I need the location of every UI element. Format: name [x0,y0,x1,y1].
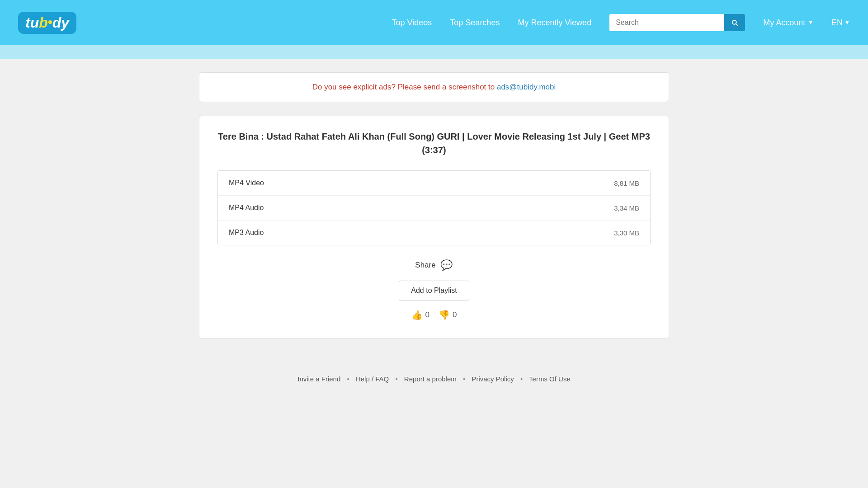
search-button[interactable] [724,14,745,31]
download-mp3-audio-size: 3,30 MB [614,229,639,237]
footer-sep-3: • [463,375,465,383]
dislike-button[interactable]: 👎 0 [439,310,457,320]
song-card: Tere Bina : Ustad Rahat Fateh Ali Khan (… [199,116,669,339]
sub-banner [0,45,868,59]
add-to-playlist-button[interactable]: Add to Playlist [399,281,469,300]
logo-area[interactable]: tubdy [18,12,76,34]
dislike-count: 0 [453,310,457,319]
download-mp3-audio-label: MP3 Audio [229,229,264,237]
footer-terms[interactable]: Terms Of Use [529,375,571,383]
nav-recently-viewed[interactable]: My Recently Viewed [518,18,591,28]
vote-row: 👍 0 👎 0 [411,310,457,320]
ad-notice: Do you see explicit ads? Please send a s… [199,72,669,102]
like-button[interactable]: 👍 0 [411,310,429,320]
logo-text: tubdy [25,14,69,31]
footer-sep-4: • [520,375,523,383]
search-input[interactable] [609,14,724,31]
share-label: Share [415,261,435,270]
footer-help[interactable]: Help / FAQ [356,375,389,383]
account-label: My Account [763,18,805,28]
actions: Share 💬 Add to Playlist 👍 0 👎 0 [217,259,651,320]
download-mp3-audio[interactable]: MP3 Audio 3,30 MB [218,221,650,245]
footer: Invite a Friend • Help / FAQ • Report a … [0,352,868,396]
thumbs-down-icon: 👎 [439,310,450,320]
share-row: Share 💬 [415,259,453,272]
whatsapp-icon[interactable]: 💬 [440,259,453,272]
song-title: Tere Bina : Ustad Rahat Fateh Ali Khan (… [217,130,651,157]
search-bar [609,14,745,31]
my-account-button[interactable]: My Account ▼ [763,18,813,28]
language-chevron-icon: ▼ [844,19,850,26]
nav-top-videos[interactable]: Top Videos [392,18,432,28]
thumbs-up-icon: 👍 [411,310,423,320]
download-mp4-audio-size: 3,34 MB [614,204,639,212]
main-nav: Top Videos Top Searches My Recently View… [392,14,850,31]
account-chevron-icon: ▼ [808,19,813,26]
nav-top-searches[interactable]: Top Searches [450,18,500,28]
download-mp4-audio[interactable]: MP4 Audio 3,34 MB [218,196,650,221]
footer-privacy[interactable]: Privacy Policy [472,375,514,383]
ad-notice-text: Do you see explicit ads? Please send a s… [312,83,495,91]
download-mp4-video-label: MP4 Video [229,179,264,187]
ad-notice-email[interactable]: ads@tubidy.mobi [497,83,556,91]
footer-sep-1: • [347,375,349,383]
download-mp4-video-size: 8,81 MB [614,179,639,187]
footer-sep-2: • [395,375,397,383]
language-label: EN [831,18,843,28]
like-count: 0 [425,310,429,319]
footer-invite[interactable]: Invite a Friend [297,375,340,383]
download-list: MP4 Video 8,81 MB MP4 Audio 3,34 MB MP3 … [217,170,651,245]
logo[interactable]: tubdy [18,12,76,34]
language-button[interactable]: EN ▼ [831,18,850,28]
main-content: Do you see explicit ads? Please send a s… [190,72,678,339]
footer-report[interactable]: Report a problem [404,375,457,383]
download-mp4-video[interactable]: MP4 Video 8,81 MB [218,171,650,196]
search-icon [731,19,739,27]
header: tubdy Top Videos Top Searches My Recentl… [0,0,868,45]
download-mp4-audio-label: MP4 Audio [229,204,264,212]
